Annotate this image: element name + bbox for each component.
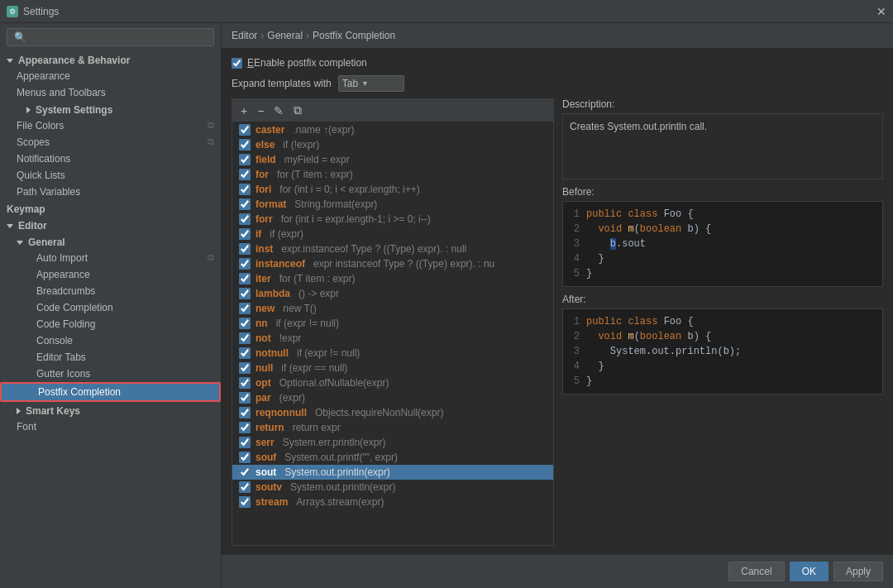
list-item-checkbox[interactable] <box>239 347 251 359</box>
list-item-checkbox[interactable] <box>239 407 251 418</box>
sidebar-item-appearance-sub[interactable]: Appearance <box>0 266 221 283</box>
list-item-checkbox[interactable] <box>239 332 251 344</box>
list-item-checkbox[interactable] <box>239 139 251 151</box>
sidebar-item-code-folding[interactable]: Code Folding <box>0 316 221 332</box>
list-item-checkbox[interactable] <box>239 184 251 195</box>
cancel-button[interactable]: Cancel <box>728 562 784 581</box>
list-item[interactable]: if if (expr) <box>232 227 553 241</box>
list-item-checkbox[interactable] <box>239 318 251 329</box>
list-item[interactable]: par (expr) <box>232 390 553 405</box>
list-item-checkbox[interactable] <box>239 452 251 463</box>
list-item-desc: if (expr != null) <box>297 347 360 359</box>
sidebar-item-console[interactable]: Console <box>0 332 221 349</box>
list-item-checkbox[interactable] <box>239 377 251 389</box>
sidebar-item-quick-lists[interactable]: Quick Lists <box>0 167 221 184</box>
list-item-checkbox[interactable] <box>239 213 251 225</box>
sidebar-item-file-colors[interactable]: File Colors ⧉ <box>0 117 221 134</box>
sidebar-item-gutter-icons[interactable]: Gutter Icons <box>0 366 221 382</box>
sidebar-item-general[interactable]: General <box>0 233 221 250</box>
edit-button[interactable]: ✎ <box>270 103 287 119</box>
list-item[interactable]: field myField = expr <box>232 152 553 167</box>
sidebar: Appearance & Behavior Appearance Menus a… <box>0 23 222 588</box>
list-item[interactable]: iter for (T item : expr) <box>232 271 553 286</box>
after-label: After: <box>562 294 883 305</box>
list-item[interactable]: notnull if (expr != null) <box>232 346 553 361</box>
sidebar-item-breadcrumbs[interactable]: Breadcrumbs <box>0 283 221 299</box>
sidebar-item-label: Notifications <box>17 153 70 165</box>
remove-button[interactable]: − <box>254 103 267 119</box>
sidebar-item-postfix-completion[interactable]: Postfix Completion <box>0 382 221 402</box>
sidebar-item-scopes[interactable]: Scopes ⧉ <box>0 134 221 151</box>
line-code: public class Foo { <box>586 207 694 222</box>
list-item[interactable]: stream Arrays.stream(expr) <box>232 495 553 509</box>
items-list[interactable]: caster .name ↑(expr)else if (!expr)field… <box>232 122 553 545</box>
copy-button[interactable]: ⧉ <box>290 102 305 119</box>
sidebar-item-label: Scopes <box>17 136 50 148</box>
enable-checkbox[interactable] <box>232 58 242 69</box>
list-item-checkbox[interactable] <box>239 273 251 284</box>
list-item-checkbox[interactable] <box>239 124 251 136</box>
list-item[interactable]: reqnonnull Objects.requireNonNull(expr) <box>232 405 553 420</box>
list-item[interactable]: forr for (int i = expr.length-1; i >= 0;… <box>232 212 553 227</box>
add-button[interactable]: + <box>237 103 251 119</box>
sidebar-item-label: Breadcrumbs <box>36 285 95 297</box>
list-item-checkbox[interactable] <box>239 481 251 493</box>
ok-button[interactable]: OK <box>790 562 829 581</box>
list-item-checkbox[interactable] <box>239 392 251 404</box>
list-item[interactable]: opt Optional.ofNullable(expr) <box>232 375 553 390</box>
list-item-name: notnull <box>255 347 289 359</box>
list-item[interactable]: not !expr <box>232 331 553 346</box>
sidebar-item-code-completion[interactable]: Code Completion <box>0 299 221 316</box>
list-item[interactable]: sout System.out.println(expr) <box>232 465 553 480</box>
search-input[interactable] <box>7 28 214 46</box>
list-item-name: souf <box>255 452 276 463</box>
sidebar-item-editor-tabs[interactable]: Editor Tabs <box>0 349 221 366</box>
list-item[interactable]: souf System.out.printf("", expr) <box>232 450 553 465</box>
list-item-checkbox[interactable] <box>239 169 251 180</box>
list-item[interactable]: new new T() <box>232 301 553 316</box>
list-item[interactable]: format String.format(expr) <box>232 197 553 212</box>
list-item[interactable]: inst expr.instanceof Type ? ((Type) expr… <box>232 241 553 256</box>
list-item[interactable]: nn if (expr != null) <box>232 316 553 331</box>
list-item-checkbox[interactable] <box>239 496 251 508</box>
list-item[interactable]: caster .name ↑(expr) <box>232 122 553 137</box>
sidebar-item-menus-toolbars[interactable]: Menus and Toolbars <box>0 84 221 101</box>
sidebar-item-appearance-behavior[interactable]: Appearance & Behavior <box>0 51 221 68</box>
list-item[interactable]: null if (expr == null) <box>232 361 553 375</box>
sidebar-item-notifications[interactable]: Notifications <box>0 151 221 167</box>
list-item-checkbox[interactable] <box>239 466 251 478</box>
list-item[interactable]: return return expr <box>232 420 553 435</box>
list-item[interactable]: serr System.err.println(expr) <box>232 435 553 450</box>
list-item-checkbox[interactable] <box>239 362 251 374</box>
description-section: Description: Creates System.out.println … <box>562 98 883 179</box>
list-item-checkbox[interactable] <box>239 437 251 448</box>
expand-select[interactable]: Tab ▼ <box>338 75 404 92</box>
title-bar: ⚙ Settings ✕ <box>0 0 893 23</box>
list-item[interactable]: for for (T item : expr) <box>232 167 553 182</box>
list-item-checkbox[interactable] <box>239 288 251 299</box>
sidebar-item-editor[interactable]: Editor <box>0 217 221 233</box>
sidebar-item-smart-keys[interactable]: Smart Keys <box>0 402 221 418</box>
list-item-checkbox[interactable] <box>239 198 251 210</box>
list-item-checkbox[interactable] <box>239 258 251 270</box>
code-line: 4 } <box>570 359 876 374</box>
list-item-checkbox[interactable] <box>239 303 251 314</box>
sidebar-item-path-variables[interactable]: Path Variables <box>0 184 221 200</box>
list-item[interactable]: fori for (int i = 0; i < expr.length; i+… <box>232 182 553 197</box>
list-item[interactable]: soutv System.out.println(expr) <box>232 480 553 495</box>
list-item[interactable]: else if (!expr) <box>232 137 553 152</box>
sidebar-item-keymap[interactable]: Keymap <box>0 200 221 217</box>
list-item-checkbox[interactable] <box>239 243 251 255</box>
sidebar-section-label: Appearance & Behavior <box>18 55 130 66</box>
list-item-checkbox[interactable] <box>239 154 251 165</box>
sidebar-item-system-settings[interactable]: System Settings <box>0 101 221 117</box>
list-item[interactable]: instanceof expr instanceof Type ? ((Type… <box>232 256 553 271</box>
sidebar-item-auto-import[interactable]: Auto Import ⧉ <box>0 250 221 266</box>
sidebar-item-appearance[interactable]: Appearance <box>0 68 221 84</box>
close-button[interactable]: ✕ <box>876 5 886 18</box>
list-item-checkbox[interactable] <box>239 228 251 240</box>
list-item[interactable]: lambda () -> expr <box>232 286 553 301</box>
apply-button[interactable]: Apply <box>833 562 883 581</box>
sidebar-item-font[interactable]: Font <box>0 418 221 435</box>
list-item-checkbox[interactable] <box>239 422 251 433</box>
